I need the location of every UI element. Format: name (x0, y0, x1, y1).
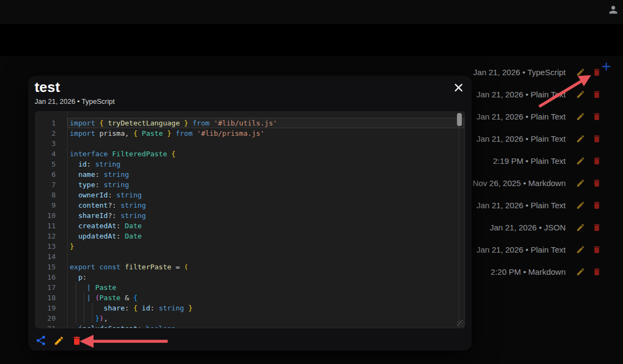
paste-meta: Nov 26, 2025 • Markdown (473, 178, 566, 188)
user-avatar-icon[interactable] (607, 4, 619, 16)
edit-icon[interactable] (576, 90, 585, 99)
paste-meta: 2:19 PM • Plain Text (493, 156, 566, 166)
scrollbar-track (459, 114, 459, 326)
line-number: 13 (36, 241, 67, 252)
line-number: 2 (36, 128, 67, 138)
delete-icon[interactable] (592, 245, 601, 254)
line-number-gutter: 123456789101112131415161718192021 (36, 112, 68, 328)
paste-meta: Jan 21, 2026 • TypeScript (473, 68, 566, 77)
paste-meta: Jan 21, 2026 • Plain Text (476, 112, 566, 121)
code-editor[interactable]: 123456789101112131415161718192021 import… (35, 111, 465, 328)
delete-icon[interactable] (592, 178, 601, 188)
line-number: 16 (36, 272, 67, 282)
code-line: includeContent: boolean (70, 323, 465, 328)
header-band (0, 24, 623, 56)
line-number: 4 (36, 149, 67, 159)
line-number: 7 (36, 180, 67, 190)
code-line: import { tryDetectLanguage } from '#lib/… (70, 118, 465, 128)
modal-meta: Jan 21, 2026 • TypeScript (35, 97, 115, 105)
line-number: 1 (36, 118, 67, 128)
code-line: interface FilteredPaste { (70, 149, 465, 159)
paste-meta: 2:20 PM • Markdown (491, 267, 566, 276)
edit-icon[interactable] (576, 201, 585, 210)
code-line: id: string (70, 159, 465, 169)
modal-title: test (35, 79, 60, 96)
delete-icon[interactable] (592, 134, 601, 143)
code-line: }), (70, 313, 465, 323)
code-line: | (Paste & { (70, 293, 465, 303)
paste-meta: Jan 21, 2026 • Plain Text (476, 201, 566, 210)
code-content: import { tryDetectLanguage } from '#lib/… (68, 112, 465, 328)
edit-icon[interactable] (576, 134, 585, 143)
close-icon[interactable] (453, 82, 464, 93)
edit-icon[interactable] (576, 245, 585, 254)
line-number: 18 (36, 293, 67, 303)
share-icon[interactable] (35, 335, 47, 346)
line-number: 17 (36, 282, 67, 293)
delete-icon[interactable] (592, 267, 601, 276)
paste-meta: Jan 21, 2026 • Plain Text (476, 245, 566, 254)
edit-icon[interactable] (576, 267, 585, 276)
edit-icon[interactable] (576, 223, 585, 232)
line-number: 12 (36, 231, 67, 241)
paste-modal: test Jan 21, 2026 • TypeScript 123456789… (28, 76, 472, 350)
delete-icon[interactable] (592, 223, 601, 232)
line-number: 15 (36, 262, 67, 272)
paste-meta: Jan 21, 2026 • JSON (490, 223, 566, 232)
resize-grip-icon[interactable] (457, 320, 464, 327)
code-line (70, 252, 465, 262)
top-navbar (0, 0, 623, 24)
delete-icon[interactable] (592, 156, 601, 166)
code-line: content?: string (70, 200, 465, 210)
code-line: } (70, 241, 465, 252)
app-screen: Jan 21, 2026 • TypeScript Jan 21, 2026 •… (0, 0, 623, 364)
code-line: shareId?: string (70, 210, 465, 221)
delete-icon[interactable] (592, 90, 601, 99)
paste-meta: Jan 21, 2026 • Plain Text (476, 134, 566, 143)
code-line: name: string (70, 169, 465, 180)
code-line: p: (70, 272, 465, 282)
indent-guide (76, 282, 76, 323)
indent-guide (92, 303, 92, 323)
edit-icon[interactable] (576, 112, 585, 121)
indent-guide (84, 293, 84, 323)
line-number: 20 (36, 313, 67, 323)
delete-icon[interactable] (592, 201, 601, 210)
line-number: 6 (36, 169, 67, 180)
code-line: type: string (70, 180, 465, 190)
edit-icon[interactable] (576, 68, 585, 77)
modal-actions (35, 335, 82, 346)
line-number: 21 (36, 323, 67, 328)
code-line (70, 138, 465, 149)
edit-icon[interactable] (54, 335, 64, 346)
line-number: 9 (36, 200, 67, 210)
edit-icon[interactable] (576, 156, 585, 166)
delete-icon[interactable] (592, 112, 601, 121)
code-line: createdAt: Date (70, 221, 465, 231)
add-paste-button[interactable] (600, 61, 612, 72)
line-number: 5 (36, 159, 67, 169)
delete-icon[interactable] (71, 335, 82, 346)
line-number: 3 (36, 138, 67, 149)
line-number: 8 (36, 190, 67, 200)
code-line: | Paste (70, 282, 465, 293)
delete-icon[interactable] (592, 68, 601, 77)
paste-meta: Jan 21, 2026 • Plain Text (476, 90, 566, 99)
line-number: 19 (36, 303, 67, 313)
code-line: ownerId: string (70, 190, 465, 200)
scrollbar-thumb[interactable] (457, 113, 462, 126)
code-line: updatedAt: Date (70, 231, 465, 241)
code-line: export const filterPaste = ( (70, 262, 465, 272)
line-number: 10 (36, 210, 67, 221)
code-line: share: { id: string } (70, 303, 465, 313)
line-number: 11 (36, 221, 67, 231)
line-number: 14 (36, 252, 67, 262)
edit-icon[interactable] (576, 178, 585, 188)
code-line: import prisma, { Paste } from '#lib/pris… (70, 128, 465, 138)
